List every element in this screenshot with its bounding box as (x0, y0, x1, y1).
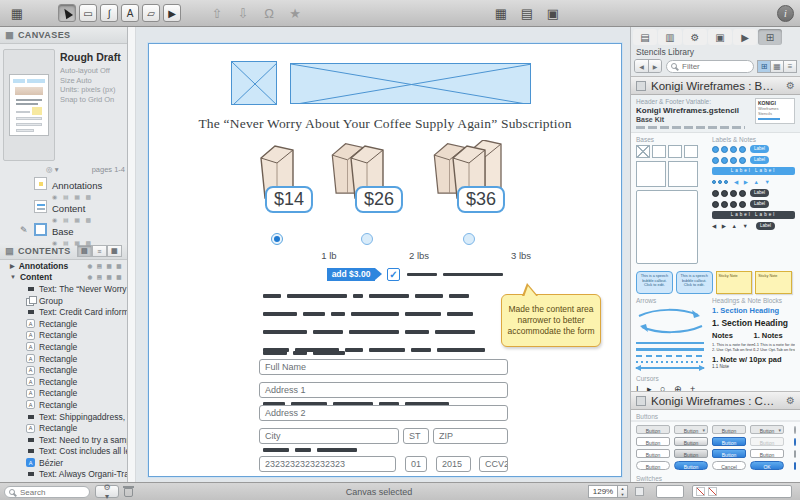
speech-bubble-stencil[interactable]: This is a speech bubble callout. Click t… (676, 271, 713, 294)
layer-base[interactable]: Base ◉ ▤ ▦ ▩ (0, 220, 127, 243)
style-tray[interactable] (692, 485, 792, 498)
address1-field[interactable]: Address 1 (259, 382, 508, 398)
contents-row[interactable]: Rectangle ◉ ▤ ▦ ▩ (0, 341, 127, 353)
label-pill-stencil-dark[interactable]: Label (756, 222, 775, 230)
stencil-filter-field[interactable] (666, 60, 754, 73)
send-backward-icon[interactable]: ⇩ (232, 3, 254, 23)
layer-annotations[interactable]: Annotations ◉ ▤ ▦ ▩ (0, 174, 127, 197)
dot-stencil[interactable] (712, 180, 716, 184)
large-box-stencil[interactable] (636, 190, 698, 264)
zoom-stepper[interactable]: ▲▼ (618, 485, 628, 498)
sidebar-action-menu[interactable]: ⚙ ▾ (95, 485, 119, 498)
label-pill-stencil[interactable]: Label (750, 145, 769, 153)
radio-off-stencil[interactable] (788, 425, 800, 434)
box-stencil[interactable] (668, 161, 698, 187)
plan-option-2lbs[interactable]: $26 2 lbs (315, 140, 419, 268)
stencil-list-view-toggle[interactable]: ≡ (783, 60, 797, 73)
canvas-inspector-tab[interactable]: ▥ (658, 29, 682, 45)
button-stencil[interactable]: Button (712, 425, 746, 434)
button-stencil[interactable]: Button (674, 449, 708, 458)
button-stencil[interactable]: Button (636, 449, 670, 458)
layer-thumbnail[interactable] (34, 223, 47, 236)
sticky-note-stencil[interactable]: Sticky Note (716, 271, 753, 294)
add-price-flag[interactable]: add $3.00 (327, 268, 375, 281)
stroke-style-chit[interactable] (696, 487, 705, 496)
dotted-line-stencil[interactable] (636, 361, 704, 363)
numbered-pin-stencil-dark[interactable] (721, 201, 728, 208)
numbered-pin-stencil[interactable] (730, 146, 737, 153)
grid-view-toggle[interactable]: ▦ (107, 245, 122, 257)
trash-icon[interactable] (124, 488, 133, 497)
label-pill-stencil-dark[interactable]: Label (750, 189, 769, 197)
checkbox-on-stencil[interactable] (788, 461, 800, 470)
grid-view-icon[interactable]: ▦ (490, 3, 512, 23)
zoom-level[interactable]: 129% (588, 485, 618, 498)
bring-forward-icon[interactable]: ⇧ (206, 3, 228, 23)
canvas-area[interactable]: The “Never Worry About Your Coffee Suppl… (128, 27, 630, 482)
annotation-sticky-note[interactable]: Made the content area narrower to better… (501, 294, 601, 347)
disabled-button-stencil[interactable]: Button (750, 437, 784, 446)
pill-primary-button-stencil[interactable]: Button (674, 461, 708, 470)
numbered-pin-stencil-dark[interactable] (730, 201, 737, 208)
plan-option-3lbs[interactable]: $36 3 lbs (417, 140, 521, 268)
box-stencil[interactable] (636, 161, 666, 187)
wireframe-title[interactable]: The “Never Worry About Your Coffee Suppl… (149, 116, 621, 132)
section-heading-stencil[interactable]: 1. Section Heading (712, 318, 795, 328)
canvas-title[interactable]: Rough Draft (60, 51, 121, 63)
dot-stencil[interactable] (724, 180, 728, 184)
stencil-forward-button[interactable]: ▶ (648, 60, 661, 72)
contents-row[interactable]: Rectangle ◉ ▤ ▦ ▩ (0, 364, 127, 376)
canvas-options-menu[interactable]: ◎ ▾ (46, 165, 58, 174)
numbered-pin-stencil[interactable] (712, 146, 719, 153)
contents-row[interactable]: Rectangle ◉ ▤ ▦ ▩ (0, 330, 127, 342)
address2-field[interactable]: Address 2 (259, 405, 508, 421)
magic-style-icon[interactable]: ★ (284, 3, 306, 23)
contents-row[interactable]: Text: Always Organi-Tra ◉ ▤ ▦ ▩ (0, 469, 127, 481)
properties-inspector-tab[interactable]: ⚙ (683, 29, 707, 45)
plan-radio[interactable] (271, 233, 283, 245)
numbered-pin-stencil-dark[interactable] (739, 190, 746, 197)
presentation-inspector-tab[interactable]: ▶ (733, 29, 757, 45)
contents-row[interactable]: Text: Shippingaddress, l ◉ ▤ ▦ ▩ (0, 411, 127, 423)
ok-button-stencil[interactable]: OK (750, 461, 784, 470)
checkbox-off-stencil[interactable] (788, 449, 800, 458)
plan-radio[interactable] (463, 233, 475, 245)
wireframe-page[interactable]: The “Never Worry About Your Coffee Suppl… (148, 43, 622, 477)
gear-icon[interactable]: ⚙ (786, 395, 795, 406)
card-number-field[interactable]: 2323232323232323 (259, 456, 396, 472)
numbered-pin-stencil[interactable] (721, 157, 728, 164)
list-view-toggle[interactable]: ≡ (92, 245, 107, 257)
pointer-tool[interactable] (58, 4, 76, 22)
action-tool[interactable]: ▶ (163, 4, 181, 22)
note-pad-stencil[interactable]: 1. Note w/ 10px pad (712, 355, 795, 364)
image-placeholder-small[interactable] (231, 61, 277, 105)
sidebar-search-input[interactable] (18, 487, 85, 498)
button-stencil[interactable]: Button (674, 437, 708, 446)
stroke-style-chit[interactable] (708, 487, 717, 496)
mini-arrow-stencils-dark[interactable]: ◀ ▶ ▲ ▼ (712, 223, 750, 229)
curved-arrow-stencils[interactable] (636, 306, 706, 336)
contents-row[interactable]: Rectangle ◉ ▤ ▦ ▩ (0, 422, 127, 434)
notes-stencil-heading[interactable]: 1. Notes (754, 331, 796, 340)
contents-row[interactable]: Text: Credit Card inform ◉ ▤ ▦ ▩ (0, 306, 127, 318)
stencils-tab[interactable]: ⊞ (758, 29, 782, 45)
stencil-back-button[interactable]: ◀ (635, 60, 648, 72)
label-bar-stencil[interactable]: Label Label (712, 167, 795, 175)
lock-icon[interactable]: Ω (258, 3, 280, 23)
cursor-stencils[interactable]: I ▸ ○ ⊕ + + + (636, 384, 706, 391)
polygon-tool[interactable]: ▱ (142, 4, 160, 22)
card-month-field[interactable]: 01 (405, 456, 427, 472)
contents-row[interactable]: Rectangle ◉ ▤ ▦ ▩ (0, 399, 127, 411)
dashed-line-stencil[interactable] (636, 355, 704, 357)
dropdown-button-stencil[interactable]: Button (750, 425, 784, 434)
double-arrow-stencil[interactable] (636, 367, 704, 369)
line-stencil[interactable] (636, 342, 704, 344)
contents-row[interactable]: Rectangle ◉ ▤ ▦ ▩ (0, 376, 127, 388)
zip-field[interactable]: ZIP (433, 428, 508, 444)
numbered-pin-stencil[interactable] (730, 157, 737, 164)
contents-row[interactable]: Text: Need to try a samp ◉ ▤ ▦ ▩ (0, 434, 127, 446)
label-bar-stencil-dark[interactable]: Label Label (712, 211, 795, 219)
style-inspector-tab[interactable]: ▤ (633, 29, 657, 45)
stencil-grid-view-toggle[interactable]: ⊞ (757, 60, 771, 73)
fill-style-chit[interactable] (656, 485, 684, 498)
